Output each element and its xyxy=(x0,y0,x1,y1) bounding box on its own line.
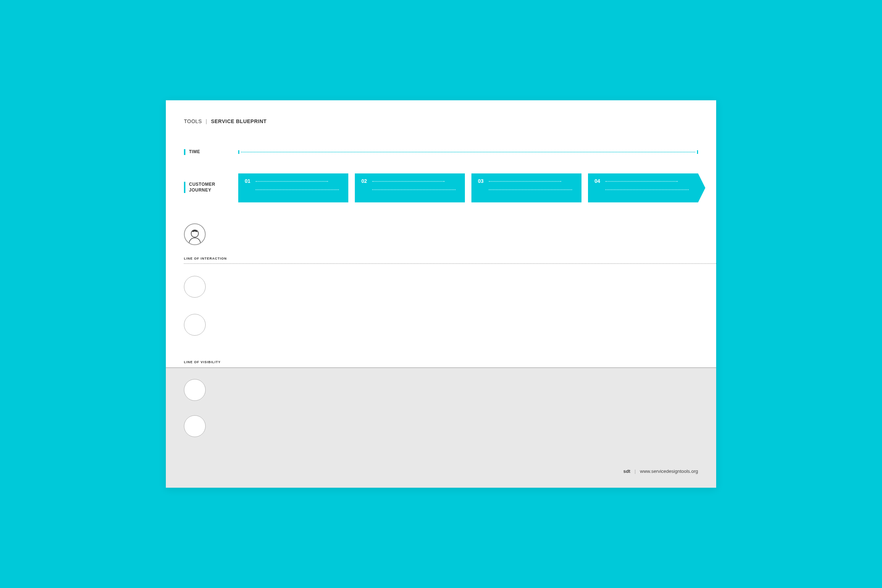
journey-label-line1: CUSTOMER xyxy=(189,182,215,187)
journey-label-line2: JOURNEY xyxy=(189,188,212,193)
footer-logo: sdt xyxy=(623,468,630,474)
footer: sdt | www.servicedesigntools.org xyxy=(623,468,698,474)
timeline-start-tick xyxy=(238,150,239,154)
blueprint-sheet: TOOLS | SERVICE BLUEPRINT TIME CUSTOMER … xyxy=(166,100,716,488)
journey-placeholder-line2 xyxy=(489,189,572,190)
backstage-actor-circle-2 xyxy=(184,415,206,437)
header-divider: | xyxy=(206,118,207,124)
frontstage-actor-circle-1 xyxy=(184,276,206,298)
frontstage-actor-circle-2 xyxy=(184,314,206,336)
time-row-label: TIME xyxy=(184,149,200,155)
journey-placeholder-line2 xyxy=(372,189,456,190)
journey-placeholder-line xyxy=(489,181,561,182)
customer-avatar-icon xyxy=(184,224,206,245)
journey-step-num: 04 xyxy=(594,178,600,184)
timeline-end-tick xyxy=(697,150,698,154)
header-tools: TOOLS xyxy=(184,118,202,124)
journey-step-03: 03 xyxy=(471,173,582,202)
header-breadcrumb: TOOLS | SERVICE BLUEPRINT xyxy=(184,118,267,124)
footer-url: www.servicedesigntools.org xyxy=(640,468,698,474)
time-label-text: TIME xyxy=(189,149,200,154)
journey-step-01: 01 xyxy=(238,173,348,202)
journey-row-label: CUSTOMER JOURNEY xyxy=(184,182,215,193)
timeline-dots xyxy=(241,152,695,152)
journey-step-num: 03 xyxy=(478,178,484,184)
backstage-actor-circle-1 xyxy=(184,379,206,401)
header-title: SERVICE BLUEPRINT xyxy=(211,118,267,124)
journey-step-num: 02 xyxy=(362,178,367,184)
journey-step-num: 01 xyxy=(245,178,250,184)
journey-placeholder-line xyxy=(605,181,678,182)
footer-divider: | xyxy=(635,468,636,474)
journey-step-04: 04 xyxy=(588,173,698,202)
journey-placeholder-line xyxy=(372,181,445,182)
journey-row: 01 02 03 04 xyxy=(238,173,698,202)
timeline xyxy=(238,150,698,154)
line-of-interaction-label: LINE OF INTERACTION xyxy=(184,257,227,260)
journey-placeholder-line2 xyxy=(256,189,339,190)
line-of-visibility-label: LINE OF VISIBILITY xyxy=(184,360,221,364)
journey-step-02: 02 xyxy=(355,173,465,202)
journey-placeholder-line xyxy=(256,181,328,182)
journey-placeholder-line2 xyxy=(605,189,688,190)
line-of-interaction xyxy=(184,263,716,264)
